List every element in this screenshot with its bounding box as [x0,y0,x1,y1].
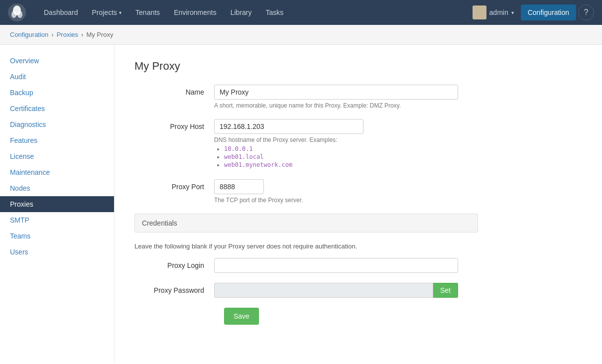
svg-point-2 [11,11,16,18]
host-field-group: Proxy Host DNS hostname of the Proxy ser… [134,119,582,169]
sidebar-item-backup[interactable]: Backup [0,85,114,101]
projects-chevron-icon: ▾ [119,10,121,15]
breadcrumb-parent[interactable]: Proxies [57,31,78,38]
set-password-button[interactable]: Set [433,283,458,298]
sidebar-item-maintenance[interactable]: Maintenance [0,164,114,180]
sidebar-item-audit[interactable]: Audit [0,69,114,85]
main-layout: Overview Audit Backup Certificates Diagn… [0,45,602,363]
login-field-container [214,258,582,273]
help-button[interactable]: ? [578,4,594,20]
password-label: Proxy Password [134,283,214,294]
sidebar-item-proxies[interactable]: Proxies [0,196,114,212]
port-help-text: The TCP port of the Proxy server. [214,197,582,204]
host-example-3: web01.mynetwork.com [224,161,292,168]
password-row: Set [214,283,458,298]
name-input[interactable] [214,85,458,100]
sidebar-item-certificates[interactable]: Certificates [0,101,114,117]
login-label: Proxy Login [134,258,214,269]
nav-tenants[interactable]: Tenants [129,4,166,20]
nav-configuration[interactable]: Configuration [521,4,576,20]
main-content: My Proxy Name A short, memorable, unique… [115,45,602,363]
nav-dashboard[interactable]: Dashboard [38,4,84,20]
login-field-group: Proxy Login [134,258,582,273]
top-navigation: Dashboard Projects ▾ Tenants Environment… [0,0,602,25]
host-example-1: 10.0.0.1 [224,145,253,152]
sidebar-item-overview[interactable]: Overview [0,53,114,69]
admin-menu[interactable]: admin ▾ [468,2,519,22]
port-label: Proxy Port [134,179,214,191]
host-input[interactable] [214,119,363,134]
page-title: My Proxy [134,60,582,73]
sidebar-item-smtp[interactable]: SMTP [0,212,114,228]
name-field-container: A short, memorable, unique name for this… [214,85,582,109]
port-input[interactable] [214,179,264,194]
name-help-text: A short, memorable, unique name for this… [214,102,582,109]
credentials-section: Credentials [134,214,478,233]
save-button[interactable]: Save [224,308,259,325]
password-field-container: Set [214,283,582,298]
svg-point-3 [17,11,22,18]
password-input[interactable] [214,283,433,298]
sidebar-item-features[interactable]: Features [0,132,114,148]
nav-tasks[interactable]: Tasks [260,4,290,20]
host-help-text: DNS hostname of the Proxy server. Exampl… [214,136,582,168]
port-field-container: The TCP port of the Proxy server. [214,179,582,204]
password-field-group: Proxy Password Set [134,283,582,298]
sidebar-item-license[interactable]: License [0,148,114,164]
app-logo [8,3,26,21]
sidebar: Overview Audit Backup Certificates Diagn… [0,45,115,363]
admin-label: admin [489,8,508,16]
sidebar-item-users[interactable]: Users [0,244,114,260]
name-label: Name [134,85,214,96]
sidebar-item-diagnostics[interactable]: Diagnostics [0,117,114,132]
port-field-group: Proxy Port The TCP port of the Proxy ser… [134,179,582,204]
login-input[interactable] [214,258,458,273]
breadcrumb-current: My Proxy [86,31,113,38]
host-examples-list: 10.0.0.1 web01.local web01.mynetwork.com [214,145,582,168]
host-label: Proxy Host [134,119,214,130]
breadcrumb-root[interactable]: Configuration [10,31,48,38]
sidebar-item-nodes[interactable]: Nodes [0,180,114,196]
breadcrumb-sep-2: › [81,31,83,38]
breadcrumb: Configuration › Proxies › My Proxy [0,25,602,45]
host-example-2: web01.local [224,153,263,160]
breadcrumb-sep-1: › [51,31,53,38]
nav-library[interactable]: Library [225,4,258,20]
nav-projects[interactable]: Projects ▾ [86,4,128,20]
name-field-group: Name A short, memorable, unique name for… [134,85,582,109]
credentials-title: Credentials [142,219,471,227]
avatar [473,5,486,19]
nav-environments[interactable]: Environments [168,4,223,20]
admin-chevron-icon: ▾ [511,10,514,15]
credentials-note: Leave the following blank if your Proxy … [134,243,582,250]
save-section: Save [134,308,582,325]
sidebar-item-teams[interactable]: Teams [0,228,114,244]
host-field-container: DNS hostname of the Proxy server. Exampl… [214,119,582,169]
